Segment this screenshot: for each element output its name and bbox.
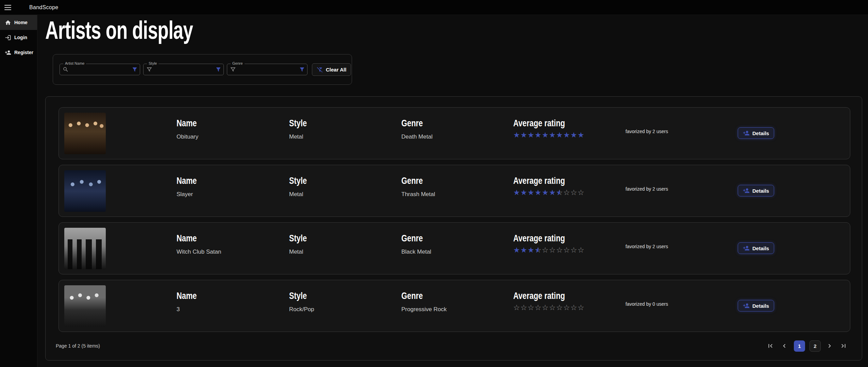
star-empty-icon: ☆	[570, 189, 578, 196]
star-empty-icon: ☆	[578, 189, 585, 196]
rating-column-header: Average rating	[513, 233, 565, 244]
sidebar-item-label: Home	[14, 20, 28, 25]
person-add-icon	[743, 245, 750, 252]
rating-column-header: Average rating	[513, 118, 565, 129]
star-empty-icon: ☆	[535, 304, 542, 312]
style-column-header: Style	[289, 233, 307, 244]
details-button[interactable]: Details	[738, 127, 774, 139]
sidebar-item-register[interactable]: Register	[0, 45, 37, 60]
first-page-icon	[767, 342, 774, 350]
artist-photo	[64, 285, 106, 327]
genre-filter-input[interactable]	[238, 67, 297, 73]
star-filled-icon: ★	[542, 131, 549, 139]
person-add-icon	[5, 49, 11, 56]
details-button-label: Details	[752, 303, 769, 309]
sidebar: Home Login Register	[0, 15, 37, 367]
artist-name: Obituary	[177, 133, 198, 140]
filter-icon[interactable]	[215, 66, 221, 73]
star-empty-icon: ☆	[549, 304, 556, 312]
star-half-icon: ★☆	[535, 246, 542, 254]
artist-style: Rock/Pop	[289, 306, 314, 313]
favorized-count: favorized by 0 users	[625, 301, 668, 307]
average-rating-stars: ★★★★☆☆☆☆☆☆☆	[513, 246, 585, 254]
star-empty-icon: ☆	[542, 304, 549, 312]
star-filled-icon: ★	[528, 246, 535, 254]
star-filled-icon: ★	[528, 189, 535, 196]
star-empty-icon: ☆	[556, 304, 563, 312]
style-column-header: Style	[289, 118, 307, 129]
artist-photo	[64, 170, 106, 212]
search-icon	[63, 66, 69, 73]
details-button-label: Details	[752, 188, 769, 194]
artist-name: Witch Club Satan	[177, 249, 221, 255]
sidebar-item-label: Login	[14, 35, 27, 40]
star-filled-icon: ★	[549, 189, 556, 196]
next-page-button[interactable]	[825, 341, 835, 351]
artist-name-filter-label: Artist Name	[63, 61, 86, 65]
star-empty-icon: ☆	[549, 246, 556, 254]
sidebar-item-login[interactable]: Login	[0, 30, 37, 45]
first-page-button[interactable]	[766, 341, 775, 351]
genre-column-header: Genre	[401, 290, 423, 301]
style-filter-label: Style	[147, 61, 158, 65]
artist-genre: Thrash Metal	[401, 191, 435, 198]
star-filled-icon: ★	[513, 246, 520, 254]
star-empty-icon: ☆	[520, 304, 528, 312]
star-empty-icon: ☆	[513, 304, 520, 312]
average-rating-stars: ★★★★★★★★★★	[513, 131, 585, 139]
star-filled-icon: ★	[578, 131, 585, 139]
page-1-button[interactable]: 1	[794, 340, 805, 352]
artist-style: Metal	[289, 249, 303, 255]
filter-icon[interactable]	[132, 66, 138, 73]
star-filled-icon: ★	[535, 189, 542, 196]
details-button[interactable]: Details	[738, 242, 774, 254]
details-button[interactable]: Details	[738, 185, 774, 196]
hamburger-icon	[3, 3, 12, 12]
artist-name-filter-input[interactable]	[71, 67, 130, 73]
filter-icon[interactable]	[299, 66, 305, 73]
star-empty-icon: ☆	[563, 189, 570, 196]
star-filled-icon: ★	[570, 131, 578, 139]
app-title: BandScope	[29, 4, 58, 11]
name-column-header: Name	[177, 175, 197, 186]
filter-outline-icon	[146, 66, 152, 73]
sidebar-item-home[interactable]: Home	[0, 15, 37, 30]
artist-genre: Progressive Rock	[401, 306, 447, 313]
star-empty-icon: ☆	[542, 246, 549, 254]
favorized-count: favorized by 2 users	[625, 244, 668, 249]
artist-genre: Black Metal	[401, 249, 431, 255]
menu-toggle-button[interactable]	[3, 2, 14, 13]
star-filled-icon: ★	[542, 189, 549, 196]
details-button-label: Details	[752, 130, 769, 136]
average-rating-stars: ☆☆☆☆☆☆☆☆☆☆	[513, 304, 585, 312]
last-page-button[interactable]	[839, 341, 849, 351]
star-filled-icon: ★	[513, 131, 520, 139]
previous-page-button[interactable]	[780, 341, 789, 351]
details-button[interactable]: Details	[738, 300, 774, 312]
page-2-button[interactable]: 2	[809, 340, 821, 352]
artist-photo	[64, 228, 106, 269]
clear-all-filters-button[interactable]: Clear All	[312, 63, 351, 76]
star-half-icon: ★☆	[556, 189, 563, 196]
style-filter-input[interactable]	[154, 67, 213, 73]
artist-card: Name Witch Club Satan Style Metal Genre …	[59, 222, 850, 274]
star-empty-icon: ☆	[563, 304, 570, 312]
artist-card: Name 3 Style Rock/Pop Genre Progressive …	[59, 280, 850, 332]
favorized-count: favorized by 2 users	[625, 186, 668, 192]
star-empty-icon: ☆	[578, 304, 585, 312]
star-filled-icon: ★	[520, 246, 528, 254]
page-title: Artists on display	[45, 16, 193, 45]
person-add-icon	[743, 302, 750, 309]
person-add-icon	[743, 187, 750, 194]
star-empty-icon: ☆	[570, 246, 578, 254]
filter-panel: Artist Name Style Genre	[53, 54, 352, 85]
star-filled-icon: ★	[549, 131, 556, 139]
rating-column-header: Average rating	[513, 175, 565, 186]
artist-photo	[64, 113, 106, 154]
clear-all-label: Clear All	[326, 67, 346, 73]
artist-genre: Death Metal	[401, 133, 433, 140]
star-filled-icon: ★	[528, 131, 535, 139]
star-empty-icon: ☆	[563, 246, 570, 254]
genre-column-header: Genre	[401, 118, 423, 129]
chevron-left-icon	[781, 342, 788, 350]
